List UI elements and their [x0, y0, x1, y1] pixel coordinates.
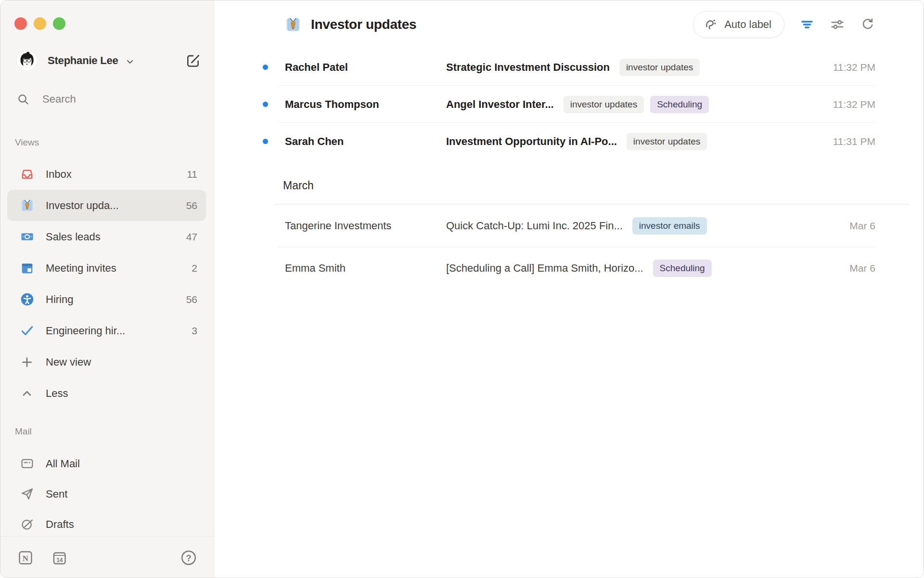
- sender: Tangerine Investments: [285, 220, 446, 232]
- label-tag[interactable]: investor updates: [564, 96, 644, 113]
- timestamp: Mar 6: [838, 220, 875, 232]
- sidebar-footer-divider: [0, 536, 213, 537]
- subject: Investment Opportunity in AI-Po...: [446, 135, 617, 148]
- sliders-icon[interactable]: [830, 17, 845, 32]
- sidebar-item-label: Meeting invites: [46, 262, 116, 275]
- svg-text:?: ?: [186, 553, 192, 563]
- unread-count: 3: [192, 325, 197, 337]
- draft-pencil-icon: [20, 517, 34, 532]
- sidebar-item-inbox[interactable]: Inbox 11: [7, 158, 206, 190]
- window-controls: [14, 17, 65, 30]
- unread-dot: [263, 139, 268, 144]
- mail-row[interactable]: Sarah Chen Investment Opportunity in AI-…: [215, 123, 924, 160]
- subject: Quick Catch-Up: Lumi Inc. 2025 Fin...: [446, 220, 623, 232]
- account-name: Stephanie Lee: [48, 54, 118, 67]
- sidebar-item-label: Sent: [46, 488, 67, 500]
- envelope-icon: [20, 457, 34, 471]
- auto-label-text: Auto label: [724, 18, 771, 31]
- paper-plane-icon: [20, 487, 34, 501]
- sender: Marcus Thompson: [285, 98, 446, 111]
- unread-dot: [263, 102, 268, 107]
- sidebar-item-label: Sales leads: [46, 231, 101, 243]
- unread-count: 47: [186, 231, 197, 243]
- show-less-label: Less: [46, 387, 68, 400]
- auto-label-button[interactable]: Auto label: [693, 11, 784, 38]
- timestamp: 11:31 PM: [821, 136, 875, 147]
- sidebar-item-label: Engineering hir...: [46, 325, 125, 337]
- timestamp: 11:32 PM: [821, 62, 875, 73]
- subject: [Scheduling a Call] Emma Smith, Horizo..…: [446, 262, 643, 275]
- sidebar-item-label: Drafts: [46, 518, 74, 531]
- show-less-button[interactable]: Less: [7, 378, 206, 409]
- sender: Rachel Patel: [285, 61, 446, 74]
- month-section-header: March: [215, 160, 924, 205]
- sidebar-item-label: Investor upda...: [46, 199, 119, 212]
- search-input[interactable]: Search: [17, 88, 201, 110]
- account-switcher[interactable]: Stephanie Lee: [17, 48, 201, 73]
- label-tag[interactable]: investor updates: [627, 133, 707, 150]
- necktie-icon: [285, 16, 301, 33]
- app-window: Stephanie Lee Search Views: [0, 0, 924, 578]
- sidebar-item-label: All Mail: [46, 458, 80, 470]
- sidebar-item-sent[interactable]: Sent: [7, 479, 206, 509]
- mail-section-label: Mail: [15, 426, 32, 437]
- notion-app-icon[interactable]: N: [17, 549, 34, 566]
- mail-row[interactable]: Marcus Thompson Angel Investor Inter... …: [215, 86, 924, 123]
- refresh-icon[interactable]: [860, 17, 875, 32]
- mail-row[interactable]: Tangerine Investments Quick Catch-Up: Lu…: [215, 205, 924, 247]
- search-placeholder: Search: [42, 93, 76, 105]
- subject: Strategic Investment Discussion: [446, 61, 610, 74]
- mail-list: Rachel Patel Strategic Investment Discus…: [215, 49, 924, 289]
- timestamp: Mar 6: [838, 263, 875, 274]
- main-content: Investor updates Auto label: [215, 0, 924, 578]
- sidebar-item-engineering-hiring[interactable]: Engineering hir... 3: [7, 315, 206, 346]
- svg-text:N: N: [23, 554, 29, 563]
- unread-dot: [263, 65, 268, 70]
- sidebar-item-sales-leads[interactable]: Sales leads 47: [7, 221, 206, 252]
- checkmark-icon: [20, 324, 34, 338]
- svg-text:14: 14: [56, 557, 63, 564]
- help-icon[interactable]: ?: [180, 549, 197, 566]
- label-tag[interactable]: Scheduling: [653, 260, 712, 277]
- timestamp: 11:32 PM: [821, 99, 875, 110]
- label-tag[interactable]: investor updates: [619, 59, 700, 76]
- label-tag[interactable]: investor emails: [632, 217, 707, 235]
- zoom-window-button[interactable]: [53, 17, 65, 30]
- minimize-window-button[interactable]: [34, 17, 46, 30]
- sidebar-item-hiring[interactable]: Hiring 56: [7, 284, 206, 315]
- necktie-icon: [20, 198, 34, 213]
- new-view-button[interactable]: New view: [7, 346, 206, 378]
- mail-row[interactable]: Emma Smith [Scheduling a Call] Emma Smit…: [215, 247, 924, 289]
- close-window-button[interactable]: [14, 17, 27, 30]
- unread-count: 11: [187, 169, 197, 180]
- unread-count: 2: [192, 263, 197, 274]
- sender: Emma Smith: [285, 262, 446, 275]
- accessibility-icon: [20, 292, 34, 307]
- sidebar-item-label: Hiring: [46, 293, 73, 306]
- sidebar-item-all-mail[interactable]: All Mail: [7, 448, 206, 479]
- sidebar-item-meeting-invites[interactable]: Meeting invites 2: [7, 252, 206, 284]
- chevron-up-icon: [20, 386, 34, 401]
- views-nav: Inbox 11 Investor upda... 56: [7, 158, 206, 409]
- unread-count: 56: [186, 200, 197, 211]
- mail-nav: All Mail Sent Drafts: [7, 448, 206, 539]
- view-header: Investor updates Auto label: [215, 0, 924, 49]
- sidebar-item-investor-updates[interactable]: Investor upda... 56: [7, 190, 206, 221]
- subject: Angel Investor Inter...: [446, 98, 554, 111]
- compose-icon[interactable]: [185, 53, 201, 69]
- notion-calendar-icon[interactable]: 14: [51, 549, 68, 566]
- avatar: [17, 51, 37, 71]
- views-section-label: Views: [15, 137, 39, 148]
- sidebar-item-label: Inbox: [46, 168, 72, 181]
- label-tag[interactable]: Scheduling: [650, 96, 709, 113]
- sidebar: Stephanie Lee Search Views: [0, 0, 214, 578]
- new-view-label: New view: [46, 356, 91, 368]
- banknote-icon: [20, 230, 34, 244]
- auto-label-wand-icon: [704, 17, 719, 32]
- sidebar-item-drafts[interactable]: Drafts: [7, 509, 206, 539]
- unread-count: 56: [186, 294, 197, 305]
- filter-icon[interactable]: [799, 17, 815, 32]
- sidebar-footer: N 14 ?: [17, 547, 197, 569]
- mail-row[interactable]: Rachel Patel Strategic Investment Discus…: [215, 49, 924, 86]
- plus-icon: [20, 355, 34, 369]
